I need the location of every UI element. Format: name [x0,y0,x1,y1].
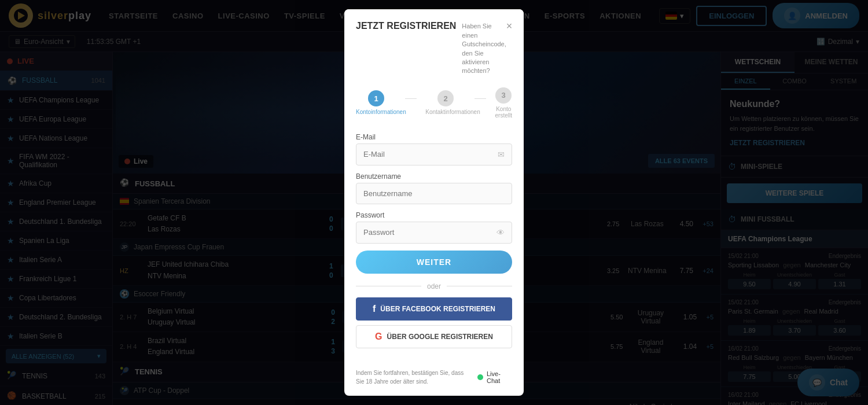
password-form-group: Passwort 👁 [356,211,512,244]
username-input-wrapper[interactable] [356,183,512,204]
divider-text: oder [427,282,441,290]
step-3: 3 Konto erstellt [495,87,512,119]
modal-footer: Indem Sie fortfahren, bestätigen Sie, da… [344,362,524,396]
password-form-label: Passwort [356,211,512,219]
step-3-label: Konto erstellt [495,106,512,119]
step-1: 1 Kontoinformationen [356,90,396,115]
google-icon: G [375,332,382,342]
step-2-label: Kontaktinformationen [425,109,466,115]
live-chat-badge[interactable]: Live-Chat [472,367,512,387]
modal-close-button[interactable]: × [506,21,513,31]
divider-line-right [447,286,512,286]
age-verification-text: Indem Sie fortfahren, bestätigen Sie, da… [356,369,472,386]
step-3-circle: 3 [495,87,512,104]
step-2: 2 Kontaktinformationen [425,90,466,115]
modal-title: JETZT REGISTRIEREN [356,21,456,31]
divider: oder [356,282,512,290]
username-form-group: Benutzername [356,172,512,204]
modal-overlay[interactable]: JETZT REGISTRIEREN Haben Sie einen Gutsc… [0,0,868,405]
live-chat-label: Live-Chat [487,370,506,384]
modal-steps: 1 Kontoinformationen 2 Kontaktinformatio… [344,82,524,124]
username-input[interactable] [363,189,505,198]
google-register-button[interactable]: G ÜBER GOOGLE REGISTRIEREN [356,325,512,348]
facebook-icon: f [373,304,376,314]
modal-title-area: JETZT REGISTRIEREN Haben Sie einen Gutsc… [356,21,506,75]
password-input-wrapper[interactable]: 👁 [356,222,512,244]
password-toggle-icon[interactable]: 👁 [496,228,505,237]
email-input[interactable] [363,150,498,159]
divider-line-left [356,286,421,286]
modal-body: E-Mail ✉ Benutzername Passwort 👁 W [344,124,524,362]
google-btn-label: ÜBER GOOGLE REGISTRIEREN [387,333,493,341]
chat-live-dot-icon [477,374,483,380]
weiter-button[interactable]: WEITER [356,251,512,274]
email-form-group: E-Mail ✉ [356,133,512,165]
step-1-circle: 1 [368,90,384,106]
email-icon: ✉ [498,150,505,159]
password-input[interactable] [363,228,496,237]
step-2-circle: 2 [437,90,454,106]
step-connector-1 [405,98,417,99]
email-form-label: E-Mail [356,133,512,141]
modal-header: JETZT REGISTRIEREN Haben Sie einen Gutsc… [344,9,524,81]
username-form-label: Benutzername [356,172,512,181]
registration-modal: JETZT REGISTRIEREN Haben Sie einen Gutsc… [344,9,524,395]
facebook-btn-label: ÜBER FACEBOOK REGISTRIEREN [380,305,495,313]
step-connector-2 [475,98,486,99]
modal-footer-row: Indem Sie fortfahren, bestätigen Sie, da… [356,367,512,387]
modal-subtitle: Haben Sie einen Gutscheincode, den Sie a… [462,21,506,75]
step-1-label: Kontoinformationen [356,109,396,115]
facebook-register-button[interactable]: f ÜBER FACEBOOK REGISTRIEREN [356,297,512,321]
email-input-wrapper[interactable]: ✉ [356,143,512,165]
